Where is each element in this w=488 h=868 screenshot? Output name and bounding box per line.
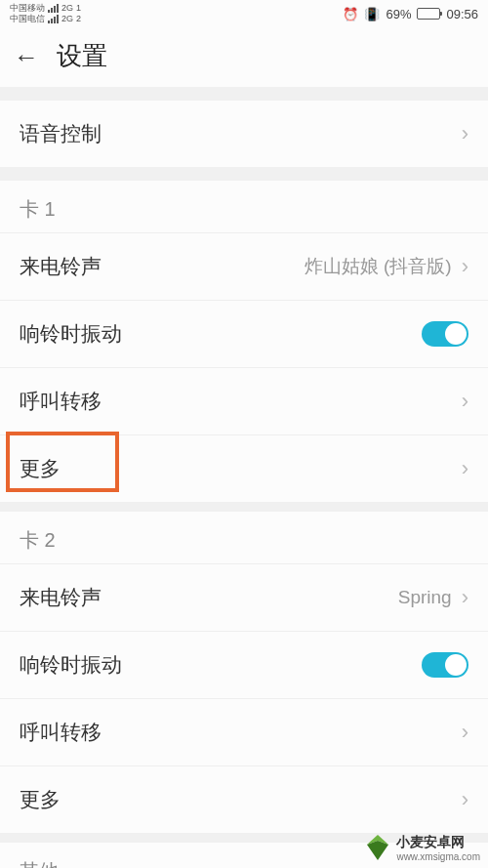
card1-more-label: 更多: [20, 455, 61, 482]
signal-icon: [48, 4, 59, 13]
card2-vibrate-toggle[interactable]: [422, 652, 468, 678]
watermark-text-wrap: 小麦安卓网 www.xmsigma.com: [396, 834, 480, 862]
carrier1-label: 中国移动: [10, 4, 45, 13]
watermark-logo-icon: [363, 833, 392, 862]
chevron-right-icon: ›: [462, 787, 468, 812]
card1-ringtone-label: 来电铃声: [20, 253, 102, 280]
status-right: ⏰ 📳 69% 09:56: [343, 7, 478, 21]
divider: [0, 87, 488, 101]
card2-ringtone-label: 来电铃声: [20, 584, 102, 611]
card1-callforward-label: 呼叫转移: [20, 388, 102, 415]
watermark-url: www.xmsigma.com: [396, 851, 480, 862]
group-voice: 语音控制 ›: [0, 101, 488, 167]
page-header: ← 设置: [0, 27, 488, 87]
sig2-label: 2: [76, 15, 81, 23]
row-card2-callforward[interactable]: 呼叫转移 ›: [0, 699, 488, 766]
row-card2-ringtone[interactable]: 来电铃声 Spring ›: [0, 564, 488, 632]
clock: 09:56: [446, 7, 478, 21]
card2-ringtone-value: Spring: [398, 587, 452, 608]
card1-header: 卡 1: [0, 181, 488, 233]
watermark: 小麦安卓网 www.xmsigma.com: [363, 833, 480, 862]
card1-ringtone-value: 炸山姑娘 (抖音版): [305, 254, 452, 279]
net-label: 2G: [61, 4, 73, 13]
card1-vibrate-label: 响铃时振动: [20, 320, 122, 348]
carrier2-label: 中国电信: [10, 15, 45, 23]
page-title: 设置: [57, 39, 107, 73]
card2-callforward-label: 呼叫转移: [20, 719, 102, 746]
row-card1-ringtone[interactable]: 来电铃声 炸山姑娘 (抖音版) ›: [0, 233, 488, 301]
alarm-icon: ⏰: [343, 7, 358, 21]
card2-vibrate-label: 响铃时振动: [20, 651, 122, 679]
chevron-right-icon: ›: [462, 121, 468, 146]
row-card1-more[interactable]: 更多 ›: [0, 435, 488, 502]
watermark-text: 小麦安卓网: [396, 834, 465, 849]
net-label2: 2G: [61, 15, 73, 23]
vibrate-icon: 📳: [364, 7, 380, 21]
chevron-right-icon: ›: [462, 456, 468, 481]
row-card2-vibrate[interactable]: 响铃时振动: [0, 632, 488, 699]
status-carriers: 中国移动 2G 1 中国电信 2G 2: [10, 4, 81, 23]
divider: [0, 167, 488, 181]
card2-more-label: 更多: [20, 786, 61, 813]
card2-header: 卡 2: [0, 512, 488, 564]
group-card2: 卡 2 来电铃声 Spring › 响铃时振动 呼叫转移 › 更多 ›: [0, 512, 488, 833]
back-icon[interactable]: ←: [14, 44, 39, 69]
card1-vibrate-toggle[interactable]: [422, 321, 468, 347]
chevron-right-icon: ›: [462, 720, 468, 745]
row-card2-more[interactable]: 更多 ›: [0, 766, 488, 833]
row-card1-callforward[interactable]: 呼叫转移 ›: [0, 368, 488, 435]
group-card1: 卡 1 来电铃声 炸山姑娘 (抖音版) › 响铃时振动 呼叫转移 › 更多 ›: [0, 181, 488, 502]
battery-icon: [417, 8, 440, 20]
status-bar: 中国移动 2G 1 中国电信 2G 2 ⏰ 📳 69% 09:56: [0, 0, 488, 27]
voice-control-label: 语音控制: [20, 120, 102, 147]
battery-pct: 69%: [386, 7, 411, 21]
row-card1-vibrate[interactable]: 响铃时振动: [0, 301, 488, 368]
signal-icon: [48, 15, 59, 23]
row-voice-control[interactable]: 语音控制 ›: [0, 101, 488, 167]
divider: [0, 502, 488, 512]
chevron-right-icon: ›: [462, 389, 468, 414]
chevron-right-icon: ›: [462, 254, 468, 279]
chevron-right-icon: ›: [462, 585, 468, 610]
sig1-label: 1: [76, 4, 81, 13]
